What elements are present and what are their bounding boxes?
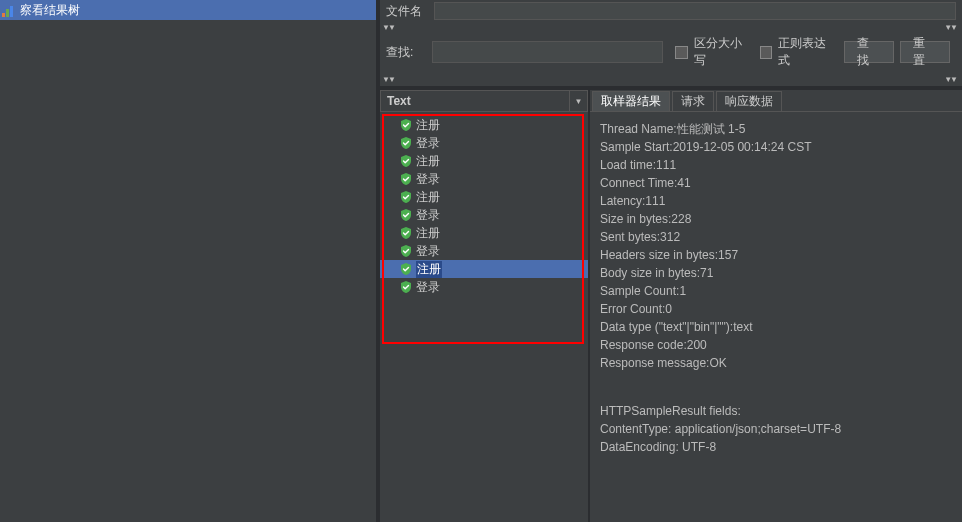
result-item[interactable]: 登录	[380, 170, 588, 188]
result-item-label: 注册	[416, 117, 440, 134]
result-item[interactable]: 登录	[380, 206, 588, 224]
renderer-dropdown[interactable]: Text ▼	[380, 90, 588, 112]
detail-body[interactable]: Thread Name:性能测试 1-5Sample Start:2019-12…	[590, 112, 962, 522]
main-panel: 文件名 ▼▼ ▼▼ 查找: 区分大小写 正则表达式 查找 重置 ▼▼ ▼▼ Te…	[380, 0, 962, 522]
detail-line: Response message:OK	[600, 354, 952, 372]
search-row: 查找: 区分大小写 正则表达式 查找 重置	[380, 34, 962, 74]
case-sensitive-label: 区分大小写	[694, 35, 754, 69]
detail-line: Thread Name:性能测试 1-5	[600, 120, 952, 138]
renderer-label: Text	[387, 94, 411, 108]
detail-line: Load time:111	[600, 156, 952, 174]
file-name-input[interactable]	[434, 2, 956, 20]
success-shield-icon	[400, 227, 412, 239]
detail-line: Response code:200	[600, 336, 952, 354]
tab-request[interactable]: 请求	[672, 91, 714, 111]
result-item-label: 登录	[416, 135, 440, 152]
result-item[interactable]: 注册	[380, 152, 588, 170]
detail-tabs: 取样器结果 请求 响应数据	[590, 90, 962, 112]
result-item[interactable]: 注册	[380, 260, 588, 278]
case-sensitive-checkbox[interactable]	[675, 46, 688, 59]
result-item[interactable]: 登录	[380, 242, 588, 260]
file-name-label: 文件名	[386, 3, 434, 20]
svg-rect-2	[10, 6, 13, 17]
detail-line: DataEncoding: UTF-8	[600, 438, 952, 456]
result-item-label: 注册	[416, 261, 442, 278]
results-tree-column: Text ▼ 注册登录注册登录注册登录注册登录注册登录	[380, 90, 590, 522]
detail-line: Size in bytes:228	[600, 210, 952, 228]
detail-line: Body size in bytes:71	[600, 264, 952, 282]
results-list: 注册登录注册登录注册登录注册登录注册登录	[380, 112, 588, 522]
left-tree-panel: 察看结果树	[0, 0, 380, 522]
result-item[interactable]: 登录	[380, 134, 588, 152]
detail-line: HTTPSampleResult fields:	[600, 402, 952, 420]
result-item-label: 登录	[416, 171, 440, 188]
chevron-down-icon: ▼▼	[944, 76, 956, 84]
chevron-down-icon: ▼	[569, 91, 587, 111]
detail-column: 取样器结果 请求 响应数据 Thread Name:性能测试 1-5Sample…	[590, 90, 962, 522]
result-item-label: 登录	[416, 243, 440, 260]
success-shield-icon	[400, 137, 412, 149]
detail-line: ContentType: application/json;charset=UT…	[600, 420, 952, 438]
file-name-row: 文件名	[380, 0, 962, 22]
detail-line: Latency:111	[600, 192, 952, 210]
collapse-bar-top[interactable]: ▼▼ ▼▼	[380, 22, 962, 34]
reset-button[interactable]: 重置	[900, 41, 950, 63]
result-item-label: 登录	[416, 207, 440, 224]
chevron-down-icon: ▼▼	[944, 24, 956, 32]
success-shield-icon	[400, 263, 412, 275]
success-shield-icon	[400, 209, 412, 221]
detail-line: Sample Count:1	[600, 282, 952, 300]
detail-line: Sent bytes:312	[600, 228, 952, 246]
content-row: Text ▼ 注册登录注册登录注册登录注册登录注册登录 取样器结果 请求 响应数…	[380, 86, 962, 522]
left-panel-title: 察看结果树	[20, 2, 80, 19]
result-item[interactable]: 注册	[380, 188, 588, 206]
search-label: 查找:	[386, 44, 426, 61]
result-item-label: 注册	[416, 153, 440, 170]
detail-line: Error Count:0	[600, 300, 952, 318]
detail-line: Headers size in bytes:157	[600, 246, 952, 264]
result-item[interactable]: 注册	[380, 224, 588, 242]
detail-line: Sample Start:2019-12-05 00:14:24 CST	[600, 138, 952, 156]
success-shield-icon	[400, 191, 412, 203]
result-item-label: 注册	[416, 225, 440, 242]
success-shield-icon	[400, 245, 412, 257]
result-item[interactable]: 注册	[380, 116, 588, 134]
left-panel-header[interactable]: 察看结果树	[0, 0, 376, 20]
search-button[interactable]: 查找	[844, 41, 894, 63]
tab-response[interactable]: 响应数据	[716, 91, 782, 111]
result-item[interactable]: 登录	[380, 278, 588, 296]
success-shield-icon	[400, 173, 412, 185]
collapse-bar-mid[interactable]: ▼▼ ▼▼	[380, 74, 962, 86]
regex-label: 正则表达式	[778, 35, 838, 69]
result-item-label: 登录	[416, 279, 440, 296]
search-input[interactable]	[432, 41, 663, 63]
chevron-down-icon: ▼▼	[382, 24, 394, 32]
detail-line: Data type ("text"|"bin"|""):text	[600, 318, 952, 336]
regex-checkbox[interactable]	[760, 46, 773, 59]
tab-sampler-result[interactable]: 取样器结果	[592, 91, 670, 111]
svg-rect-0	[2, 13, 5, 17]
success-shield-icon	[400, 119, 412, 131]
detail-line: Connect Time:41	[600, 174, 952, 192]
success-shield-icon	[400, 155, 412, 167]
result-item-label: 注册	[416, 189, 440, 206]
success-shield-icon	[400, 281, 412, 293]
results-tree-icon	[2, 3, 16, 17]
svg-rect-1	[6, 9, 9, 17]
chevron-down-icon: ▼▼	[382, 76, 394, 84]
